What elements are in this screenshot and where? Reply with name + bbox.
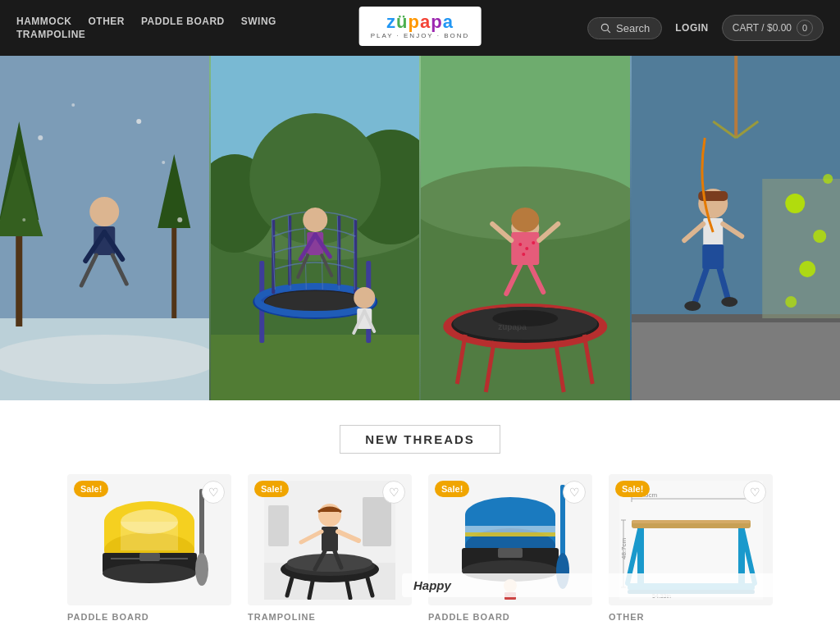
svg-point-72 — [518, 243, 522, 246]
hero-panel-1-art — [0, 56, 209, 400]
product-label-1: PADDLE BOARD — [67, 612, 231, 622]
svg-rect-28 — [211, 335, 420, 400]
product-label-3: PADDLE BOARD — [428, 612, 592, 622]
svg-rect-113 — [268, 505, 289, 546]
product-card-1[interactable]: Sale! ♡ — [67, 474, 231, 622]
svg-line-47 — [315, 235, 330, 257]
svg-point-0 — [601, 24, 608, 30]
search-button[interactable]: Search — [587, 17, 662, 39]
wishlist-btn-3[interactable]: ♡ — [563, 481, 586, 504]
wishlist-btn-1[interactable]: ♡ — [202, 481, 225, 504]
svg-rect-45 — [307, 232, 323, 255]
hero-panel-1 — [0, 56, 209, 400]
product-img-2: Sale! ♡ — [248, 474, 412, 605]
svg-rect-122 — [322, 527, 338, 551]
svg-line-71 — [530, 265, 543, 292]
svg-rect-3 — [0, 318, 209, 400]
svg-rect-23 — [211, 220, 420, 400]
svg-line-41 — [321, 213, 322, 290]
svg-rect-78 — [632, 318, 841, 400]
svg-line-48 — [298, 255, 308, 277]
svg-line-96 — [719, 269, 728, 299]
svg-rect-55 — [421, 203, 630, 400]
svg-point-98 — [721, 297, 737, 307]
svg-line-38 — [272, 220, 275, 290]
svg-line-15 — [112, 255, 126, 284]
nav-trampoline[interactable]: TRAMPOLINE — [16, 29, 85, 40]
svg-line-92 — [684, 224, 703, 240]
sale-badge-3: Sale! — [435, 481, 469, 497]
svg-line-93 — [723, 224, 742, 236]
svg-point-57 — [443, 304, 607, 349]
svg-rect-94 — [702, 244, 724, 269]
svg-line-82 — [713, 121, 736, 138]
hero-section: zupapa — [0, 56, 840, 400]
svg-line-52 — [354, 311, 364, 333]
svg-point-75 — [522, 253, 525, 256]
section-title: NEW THREADS — [340, 425, 500, 454]
svg-line-53 — [364, 311, 374, 331]
svg-rect-131 — [465, 532, 555, 536]
hero-panel-4-art — [632, 56, 841, 400]
svg-rect-29 — [259, 261, 264, 343]
svg-line-1 — [608, 30, 610, 33]
svg-line-39 — [288, 216, 290, 290]
svg-point-33 — [258, 286, 372, 314]
nav-swing[interactable]: SWING — [241, 16, 276, 27]
svg-point-97 — [684, 301, 701, 311]
svg-rect-112 — [363, 497, 391, 546]
hero-panel-3-art: zupapa — [421, 56, 630, 400]
main-nav: HAMMOCK OTHER PADDLE BOARD SWING TRAMPOL… — [16, 16, 276, 40]
svg-point-76 — [492, 310, 558, 326]
svg-rect-91 — [703, 218, 723, 247]
svg-line-60 — [457, 335, 465, 384]
header-right: Search LOGIN CART / $0.00 0 — [587, 15, 824, 41]
svg-text:zupapa: zupapa — [498, 322, 527, 331]
svg-point-27 — [249, 113, 381, 244]
product-label-4: OTHER — [609, 612, 773, 622]
svg-rect-37 — [337, 216, 340, 285]
svg-line-68 — [492, 224, 511, 240]
svg-rect-2 — [0, 56, 209, 400]
svg-point-59 — [453, 307, 597, 340]
svg-rect-35 — [354, 220, 357, 294]
hero-panel-2 — [209, 56, 420, 400]
svg-point-31 — [253, 285, 377, 318]
product-img-svg-2 — [264, 481, 395, 600]
product-card-2[interactable]: Sale! ♡ — [248, 474, 412, 622]
site-header: HAMMOCK OTHER PADDLE BOARD SWING TRAMPOL… — [0, 0, 840, 56]
svg-rect-103 — [121, 522, 178, 550]
cart-label: CART / $0.00 — [733, 22, 792, 34]
login-link[interactable]: LOGIN — [675, 22, 709, 34]
hero-panel-4 — [630, 56, 841, 400]
product-img-svg-1 — [78, 481, 221, 600]
svg-point-86 — [799, 261, 815, 277]
svg-point-109 — [195, 553, 208, 586]
wishlist-btn-4[interactable]: ♡ — [743, 481, 766, 504]
nav-other[interactable]: OTHER — [89, 16, 126, 27]
svg-point-65 — [511, 214, 539, 242]
svg-point-87 — [785, 296, 797, 308]
cart-button[interactable]: CART / $0.00 0 — [722, 15, 824, 41]
logo[interactable]: züpapa PLAY · ENJOY · BOND — [359, 7, 482, 46]
svg-rect-36 — [288, 216, 291, 285]
svg-point-17 — [71, 103, 75, 107]
svg-rect-51 — [357, 308, 372, 329]
svg-rect-80 — [762, 179, 840, 318]
svg-point-26 — [341, 130, 419, 244]
product-card-3[interactable]: Sale! ♡ — [428, 474, 592, 622]
sale-badge-1: Sale! — [74, 481, 108, 497]
svg-point-50 — [354, 287, 375, 308]
svg-marker-9 — [158, 154, 190, 228]
product-card-4[interactable]: Sale! ♡ — [609, 474, 773, 622]
svg-line-62 — [486, 341, 494, 392]
svg-rect-67 — [511, 232, 539, 265]
nav-paddle-board[interactable]: PADDLE BOARD — [141, 16, 225, 27]
nav-hammock[interactable]: HAMMOCK — [16, 16, 72, 27]
svg-rect-90 — [698, 191, 728, 201]
wishlist-btn-2[interactable]: ♡ — [382, 481, 405, 504]
svg-point-89 — [698, 189, 728, 218]
svg-point-56 — [421, 167, 630, 240]
nav-bottom-row: TRAMPOLINE — [16, 29, 276, 40]
svg-point-88 — [823, 174, 833, 184]
